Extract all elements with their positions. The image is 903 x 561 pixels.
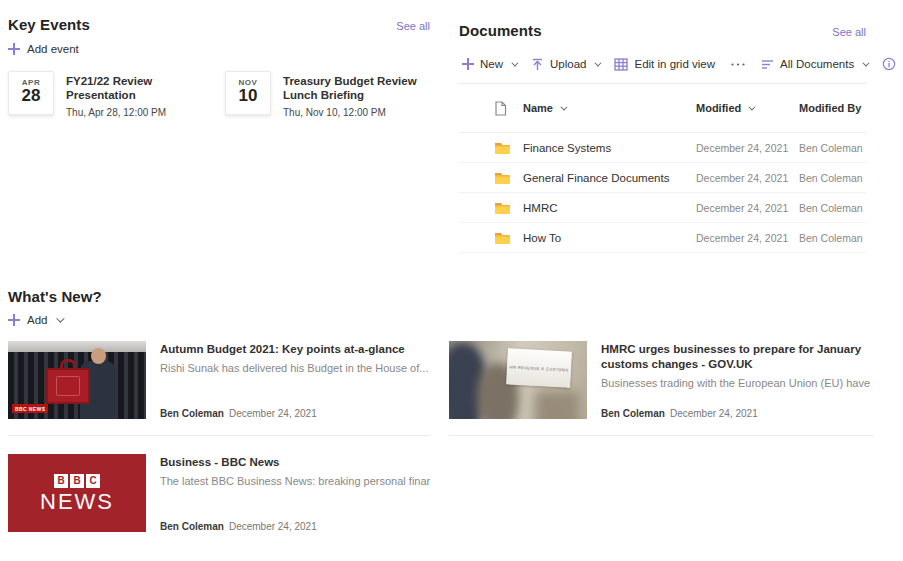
more-actions-button[interactable] [727, 60, 749, 69]
more-ellipsis-icon [730, 62, 746, 67]
bbc-logo-blocks: B B C [54, 474, 100, 488]
events-row: APR 28 FY21/22 Review Presentation Thu, … [8, 71, 430, 118]
documents-panel: Documents See all New Upload [459, 22, 866, 253]
plus-icon [8, 314, 20, 326]
red-budget-box [46, 368, 90, 404]
news-card[interactable]: B B C NEWS Business - BBC News The lates… [8, 454, 430, 548]
folder-icon [494, 141, 511, 155]
news-body: HMRC urges businesses to prepare for Jan… [601, 341, 873, 419]
sharepoint-finance-page: Key Events See all Add event APR 28 FY21… [0, 0, 903, 561]
view-selector-all-documents[interactable]: All Documents [758, 56, 870, 72]
event-title: FY21/22 Review Presentation [66, 74, 212, 103]
key-events-see-all-link[interactable]: See all [396, 20, 430, 32]
document-row[interactable]: HMRC December 24, 2021 Ben Coleman [459, 193, 866, 223]
folder-icon [494, 201, 511, 215]
documents-see-all-link[interactable]: See all [832, 26, 866, 38]
news-title-link[interactable]: Business - BBC News [160, 455, 430, 470]
column-header-modified-by[interactable]: Modified By [799, 102, 866, 114]
documents-toolbar: New Upload Edi [459, 50, 866, 78]
news-description: Businesses trading with the European Uni… [601, 377, 873, 389]
upload-button-label: Upload [550, 58, 586, 70]
document-row[interactable]: Finance Systems December 24, 2021 Ben Co… [459, 133, 866, 163]
grid-view-icon [614, 58, 628, 71]
documents-header: Documents See all [459, 22, 866, 39]
document-modified: December 24, 2021 [696, 232, 799, 244]
column-header-modified[interactable]: Modified [696, 102, 799, 114]
news-body: Autumn Budget 2021: Key points at-a-glan… [160, 341, 430, 419]
hmrc-building-sign: HM REVENUE & CUSTOMS [506, 348, 572, 387]
bbc-logo-news-word: NEWS [40, 491, 114, 513]
add-event-button[interactable]: Add event [8, 43, 79, 55]
column-header-name[interactable]: Name [523, 102, 696, 114]
key-events-title: Key Events [8, 16, 90, 33]
news-grid: BBC NEWS Autumn Budget 2021: Key points … [8, 341, 897, 548]
news-author: Ben Coleman [160, 408, 224, 419]
add-news-button[interactable]: Add [8, 314, 62, 326]
chevron-down-icon [863, 59, 870, 66]
event-day: 28 [9, 87, 53, 105]
news-title-link[interactable]: Autumn Budget 2021: Key points at-a-glan… [160, 342, 430, 357]
chevron-down-icon [511, 59, 518, 66]
document-name: HMRC [523, 202, 696, 214]
key-events-header: Key Events See all [8, 16, 430, 33]
document-modified: December 24, 2021 [696, 142, 799, 154]
document-row[interactable]: How To December 24, 2021 Ben Coleman [459, 223, 866, 253]
chevron-down-icon [57, 314, 65, 322]
document-name: How To [523, 232, 696, 244]
event-date-tile: APR 28 [8, 71, 54, 115]
key-events-panel: Key Events See all Add event APR 28 FY21… [8, 16, 430, 118]
folder-icon [494, 171, 511, 185]
upload-button[interactable]: Upload [528, 56, 602, 73]
document-modified-by: Ben Coleman [799, 202, 866, 214]
event-info: FY21/22 Review Presentation Thu, Apr 28,… [66, 71, 212, 118]
edit-in-grid-view-label: Edit in grid view [634, 58, 715, 70]
news-description: Rishi Sunak has delivered his Budget in … [160, 362, 430, 374]
news-footer: Ben ColemanDecember 24, 2021 [160, 408, 430, 419]
document-name: General Finance Documents [523, 172, 696, 184]
person-head [91, 348, 106, 364]
bbc-logo-letter: B [70, 474, 84, 488]
news-card[interactable]: HM REVENUE & CUSTOMS HMRC urges business… [449, 341, 873, 436]
news-thumbnail-hmrc-building: HM REVENUE & CUSTOMS [449, 341, 587, 419]
bbc-logo-letter: B [54, 474, 68, 488]
add-event-label: Add event [27, 43, 79, 55]
upload-icon [531, 58, 544, 71]
documents-table: Name Modified Modified By [459, 84, 866, 253]
view-selector-label: All Documents [780, 58, 854, 70]
event-time: Thu, Apr 28, 12:00 PM [66, 107, 212, 118]
news-footer: Ben ColemanDecember 24, 2021 [160, 521, 430, 532]
new-button[interactable]: New [459, 56, 519, 72]
event-card[interactable]: NOV 10 Treasury Budget Review Lunch Brie… [225, 71, 429, 118]
news-card[interactable]: BBC NEWS Autumn Budget 2021: Key points … [8, 341, 430, 436]
hmrc-sign-text: HM REVENUE & CUSTOMS [509, 364, 569, 372]
chevron-down-icon [560, 103, 567, 110]
info-icon [882, 57, 896, 71]
event-title: Treasury Budget Review Lunch Briefing [283, 74, 429, 103]
documents-title: Documents [459, 22, 542, 39]
bbc-news-watermark: BBC NEWS [12, 404, 48, 413]
event-date-tile: NOV 10 [225, 71, 271, 115]
bbc-logo-letter: C [86, 474, 100, 488]
document-modified-by: Ben Coleman [799, 172, 866, 184]
news-author: Ben Coleman [601, 408, 665, 419]
document-modified-by: Ben Coleman [799, 232, 866, 244]
folder-icon [494, 231, 511, 245]
event-info: Treasury Budget Review Lunch Briefing Th… [283, 71, 429, 118]
info-button[interactable] [879, 55, 899, 73]
documents-table-header: Name Modified Modified By [459, 84, 866, 133]
add-news-label: Add [27, 314, 47, 326]
news-date: December 24, 2021 [229, 408, 317, 419]
column-header-modified-by-label: Modified By [799, 102, 861, 114]
chevron-down-icon [595, 59, 602, 66]
document-modified: December 24, 2021 [696, 172, 799, 184]
news-description: The latest BBC Business News: breaking p… [160, 475, 430, 487]
event-card[interactable]: APR 28 FY21/22 Review Presentation Thu, … [8, 71, 212, 118]
plus-icon [462, 58, 474, 70]
document-row[interactable]: General Finance Documents December 24, 2… [459, 163, 866, 193]
news-footer: Ben ColemanDecember 24, 2021 [601, 408, 873, 419]
news-title-link[interactable]: HMRC urges businesses to prepare for Jan… [601, 342, 873, 372]
edit-in-grid-view-button[interactable]: Edit in grid view [611, 56, 718, 73]
sky-backdrop [8, 341, 146, 352]
news-thumbnail-rishi-sunak-budget-box: BBC NEWS [8, 341, 146, 419]
whats-new-title: What's New? [8, 288, 897, 305]
